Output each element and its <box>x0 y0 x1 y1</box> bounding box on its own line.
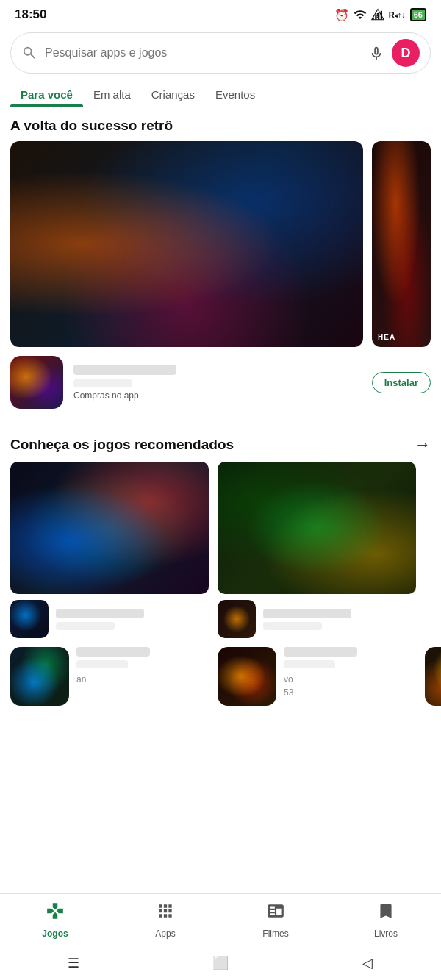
app-row: Compras no app Instalar <box>0 347 441 413</box>
game2-text-2: vo 53 <box>284 647 416 698</box>
game-name-bar-2 <box>263 609 351 618</box>
search-bar[interactable]: D <box>10 32 431 74</box>
game-card-2[interactable] <box>218 462 416 638</box>
search-input[interactable] <box>45 46 361 60</box>
nav-item-filmes[interactable]: Filmes <box>220 901 331 939</box>
nav-item-livros[interactable]: Livros <box>331 901 441 939</box>
app-info: Compras no app <box>74 365 362 401</box>
recommended-title-row: Conheça os jogos recomendados → <box>0 435 441 462</box>
apps-label: Apps <box>155 929 175 939</box>
game-text-2 <box>263 609 416 630</box>
avatar[interactable]: D <box>392 39 420 67</box>
filmes-label: Filmes <box>262 929 288 939</box>
svg-rect-3 <box>381 11 382 20</box>
status-bar: 18:50 ⏰ R₄↑↓ 66 <box>0 0 441 26</box>
filmes-icon <box>266 901 285 926</box>
game-name-bar-1 <box>56 609 144 618</box>
game2-name-bar-2 <box>284 647 357 657</box>
game-icon-1 <box>10 600 49 638</box>
alarm-icon: ⏰ <box>334 8 349 22</box>
small-card-label: HEA <box>378 333 395 341</box>
apps-icon <box>156 901 175 926</box>
recommended-arrow[interactable]: → <box>415 435 431 454</box>
game-icon-sm3-2 <box>218 647 276 706</box>
nav-item-jogos[interactable]: Jogos <box>0 901 110 939</box>
jogos-label: Jogos <box>42 929 68 939</box>
game2-count-3: 53 <box>284 687 293 698</box>
game-partial-icon <box>425 647 441 706</box>
retro-small-card[interactable]: HEA <box>372 141 431 347</box>
signal1-icon <box>371 8 384 21</box>
retro-section: A volta do sucesso retrô HEA Compras no … <box>0 107 441 423</box>
game-info-1 <box>10 600 209 638</box>
retro-cards-row[interactable]: HEA <box>0 141 441 347</box>
game-sub-bar-2 <box>263 622 322 630</box>
wifi-icon <box>354 8 367 21</box>
recommended-title: Conheça os jogos recomendados <box>10 437 234 453</box>
android-home-btn[interactable]: ⬜ <box>209 952 232 974</box>
install-button[interactable]: Instalar <box>372 372 431 393</box>
jogos-icon <box>46 901 65 926</box>
game2-count-1: an <box>76 674 86 684</box>
game-card2-2[interactable]: vo 53 <box>218 647 416 706</box>
svg-rect-1 <box>375 15 376 20</box>
livros-icon <box>376 901 395 926</box>
in-app-purchase-label: Compras no app <box>74 390 362 401</box>
android-nav-bar: ☰ ⬜ ◁ <box>0 945 441 980</box>
game2-count-2: vo <box>284 674 293 684</box>
android-back-btn[interactable]: ◁ <box>356 952 379 974</box>
tab-bar: Para você Em alta Crianças Eventos <box>0 81 441 107</box>
svg-rect-0 <box>372 18 373 20</box>
app-icon <box>10 356 63 409</box>
tab-eventos[interactable]: Eventos <box>205 81 265 107</box>
game2-name-bar-1 <box>76 647 150 657</box>
tab-em-alta[interactable]: Em alta <box>83 81 141 107</box>
game-card2-1[interactable]: an <box>10 647 209 706</box>
game2-sub-bar-1 <box>76 660 128 668</box>
main-content: A volta do sucesso retrô HEA Compras no … <box>0 107 441 706</box>
signal-label: R₄↑↓ <box>389 10 406 20</box>
retro-feature-card[interactable] <box>10 141 363 347</box>
app-sub-bar <box>74 379 132 387</box>
livros-label: Livros <box>374 929 398 939</box>
svg-rect-2 <box>378 13 379 20</box>
game-icon-sm3-1 <box>10 647 69 706</box>
retro-section-title: A volta do sucesso retrô <box>0 118 441 141</box>
game-card-1[interactable] <box>10 462 209 638</box>
app-name-bar <box>74 365 176 375</box>
game2-text-1: an <box>76 647 209 685</box>
tab-criancas[interactable]: Crianças <box>141 81 205 107</box>
tab-para-voce[interactable]: Para você <box>10 81 83 107</box>
recommended-section: Conheça os jogos recomendados → <box>0 423 441 706</box>
nav-item-apps[interactable]: Apps <box>110 901 220 939</box>
game2-sub-bar-2 <box>284 660 335 668</box>
microphone-icon[interactable] <box>368 45 384 61</box>
game-partial-card <box>425 647 441 706</box>
status-icons: ⏰ R₄↑↓ 66 <box>334 8 426 22</box>
game-sub-bar-1 <box>56 622 115 630</box>
battery-indicator: 66 <box>410 8 426 21</box>
game-thumb-1 <box>10 462 209 594</box>
status-time: 18:50 <box>15 7 46 22</box>
android-menu-btn[interactable]: ☰ <box>62 952 85 974</box>
game-text-1 <box>56 609 209 630</box>
game-thumb-2 <box>218 462 416 594</box>
bottom-nav: Jogos Apps Filmes Livros <box>0 893 441 945</box>
search-icon <box>21 45 37 61</box>
games-grid-row1[interactable] <box>0 462 441 638</box>
game-info-2 <box>218 600 416 638</box>
games-row2[interactable]: an vo 53 <box>0 638 441 706</box>
game-icon-2 <box>218 600 256 638</box>
